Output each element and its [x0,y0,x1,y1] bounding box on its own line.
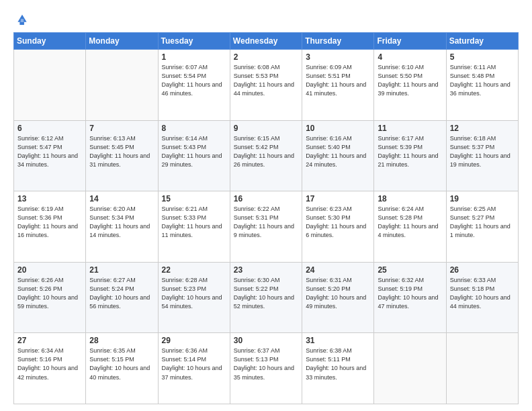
calendar-cell [374,333,446,404]
day-info: Sunrise: 6:37 AM Sunset: 5:13 PM Dayligh… [234,347,298,381]
day-info: Sunrise: 6:22 AM Sunset: 5:31 PM Dayligh… [234,205,298,240]
day-number: 2 [234,52,298,62]
day-number: 25 [378,265,442,275]
calendar-cell: 14Sunrise: 6:20 AM Sunset: 5:34 PM Dayli… [86,191,158,263]
day-number: 27 [17,336,82,345]
calendar-cell: 30Sunrise: 6:37 AM Sunset: 5:13 PM Dayli… [230,333,302,404]
calendar-week-row: 13Sunrise: 6:19 AM Sunset: 5:36 PM Dayli… [14,191,519,263]
day-number: 17 [306,194,370,203]
calendar-cell: 17Sunrise: 6:23 AM Sunset: 5:30 PM Dayli… [302,191,374,263]
day-info: Sunrise: 6:17 AM Sunset: 5:39 PM Dayligh… [378,134,442,169]
day-info: Sunrise: 6:10 AM Sunset: 5:50 PM Dayligh… [378,63,442,98]
calendar-header-saturday: Saturday [446,33,518,50]
day-number: 4 [378,52,442,62]
day-info: Sunrise: 6:13 AM Sunset: 5:45 PM Dayligh… [89,134,154,169]
day-number: 20 [17,265,82,275]
calendar-cell: 6Sunrise: 6:12 AM Sunset: 5:47 PM Daylig… [14,120,86,191]
calendar-cell: 25Sunrise: 6:32 AM Sunset: 5:19 PM Dayli… [374,262,446,333]
calendar-cell: 31Sunrise: 6:38 AM Sunset: 5:11 PM Dayli… [302,333,374,404]
calendar-cell: 12Sunrise: 6:18 AM Sunset: 5:37 PM Dayli… [446,120,518,191]
day-number: 12 [450,124,515,133]
calendar-cell: 4Sunrise: 6:10 AM Sunset: 5:50 PM Daylig… [374,50,446,121]
day-number: 23 [234,265,298,275]
day-info: Sunrise: 6:26 AM Sunset: 5:26 PM Dayligh… [17,276,82,311]
calendar-cell: 1Sunrise: 6:07 AM Sunset: 5:54 PM Daylig… [158,50,230,121]
day-info: Sunrise: 6:11 AM Sunset: 5:48 PM Dayligh… [450,63,515,98]
calendar-cell: 20Sunrise: 6:26 AM Sunset: 5:26 PM Dayli… [14,262,86,333]
calendar-cell: 21Sunrise: 6:27 AM Sunset: 5:24 PM Dayli… [86,262,158,333]
day-info: Sunrise: 6:15 AM Sunset: 5:42 PM Dayligh… [234,134,298,169]
day-info: Sunrise: 6:35 AM Sunset: 5:15 PM Dayligh… [89,347,154,381]
day-number: 21 [89,265,154,275]
day-number: 5 [450,52,515,62]
calendar-header-sunday: Sunday [14,33,86,50]
day-info: Sunrise: 6:38 AM Sunset: 5:11 PM Dayligh… [306,347,370,381]
calendar-week-row: 6Sunrise: 6:12 AM Sunset: 5:47 PM Daylig… [14,120,519,191]
day-number: 26 [450,265,515,275]
day-info: Sunrise: 6:25 AM Sunset: 5:27 PM Dayligh… [450,205,515,240]
calendar-cell: 2Sunrise: 6:08 AM Sunset: 5:53 PM Daylig… [230,50,302,121]
day-number: 13 [17,194,82,203]
calendar-cell: 29Sunrise: 6:36 AM Sunset: 5:14 PM Dayli… [158,333,230,404]
calendar-header-friday: Friday [374,33,446,50]
day-info: Sunrise: 6:27 AM Sunset: 5:24 PM Dayligh… [89,276,154,311]
day-number: 28 [89,336,154,345]
calendar-cell: 9Sunrise: 6:15 AM Sunset: 5:42 PM Daylig… [230,120,302,191]
day-number: 22 [162,265,226,275]
calendar-cell: 24Sunrise: 6:31 AM Sunset: 5:20 PM Dayli… [302,262,374,333]
calendar-cell: 7Sunrise: 6:13 AM Sunset: 5:45 PM Daylig… [86,120,158,191]
calendar-cell [446,333,518,404]
calendar-cell: 3Sunrise: 6:09 AM Sunset: 5:51 PM Daylig… [302,50,374,121]
calendar-cell: 15Sunrise: 6:21 AM Sunset: 5:33 PM Dayli… [158,191,230,263]
day-info: Sunrise: 6:28 AM Sunset: 5:23 PM Dayligh… [162,276,226,311]
day-info: Sunrise: 6:18 AM Sunset: 5:37 PM Dayligh… [450,134,515,169]
calendar-cell: 28Sunrise: 6:35 AM Sunset: 5:15 PM Dayli… [86,333,158,404]
calendar-header-row: SundayMondayTuesdayWednesdayThursdayFrid… [14,33,519,50]
day-number: 6 [17,124,82,133]
day-info: Sunrise: 6:36 AM Sunset: 5:14 PM Dayligh… [162,347,226,381]
calendar-cell: 18Sunrise: 6:24 AM Sunset: 5:28 PM Dayli… [374,191,446,263]
svg-marker-1 [19,22,24,25]
day-info: Sunrise: 6:14 AM Sunset: 5:43 PM Dayligh… [162,134,226,169]
day-number: 11 [378,124,442,133]
day-number: 1 [162,52,226,62]
day-info: Sunrise: 6:21 AM Sunset: 5:33 PM Dayligh… [162,205,226,240]
day-number: 3 [306,52,370,62]
day-info: Sunrise: 6:33 AM Sunset: 5:18 PM Dayligh… [450,276,515,311]
day-number: 18 [378,194,442,203]
calendar-cell: 16Sunrise: 6:22 AM Sunset: 5:31 PM Dayli… [230,191,302,263]
day-number: 9 [234,124,298,133]
calendar-cell: 11Sunrise: 6:17 AM Sunset: 5:39 PM Dayli… [374,120,446,191]
calendar-header-wednesday: Wednesday [230,33,302,50]
calendar-header-monday: Monday [86,33,158,50]
logo [13,12,30,27]
day-number: 24 [306,265,370,275]
calendar-header-thursday: Thursday [302,33,374,50]
day-info: Sunrise: 6:12 AM Sunset: 5:47 PM Dayligh… [17,134,82,169]
calendar-cell: 19Sunrise: 6:25 AM Sunset: 5:27 PM Dayli… [446,191,518,263]
calendar-week-row: 1Sunrise: 6:07 AM Sunset: 5:54 PM Daylig… [14,50,519,121]
svg-rect-2 [21,19,24,21]
logo-icon [15,12,30,27]
calendar-cell: 22Sunrise: 6:28 AM Sunset: 5:23 PM Dayli… [158,262,230,333]
calendar-cell: 26Sunrise: 6:33 AM Sunset: 5:18 PM Dayli… [446,262,518,333]
day-info: Sunrise: 6:24 AM Sunset: 5:28 PM Dayligh… [378,205,442,240]
day-number: 29 [162,336,226,345]
calendar-cell [86,50,158,121]
day-info: Sunrise: 6:16 AM Sunset: 5:40 PM Dayligh… [306,134,370,169]
calendar-week-row: 27Sunrise: 6:34 AM Sunset: 5:16 PM Dayli… [14,333,519,404]
calendar-cell: 27Sunrise: 6:34 AM Sunset: 5:16 PM Dayli… [14,333,86,404]
day-info: Sunrise: 6:30 AM Sunset: 5:22 PM Dayligh… [234,276,298,311]
day-info: Sunrise: 6:31 AM Sunset: 5:20 PM Dayligh… [306,276,370,311]
day-info: Sunrise: 6:19 AM Sunset: 5:36 PM Dayligh… [17,205,82,240]
page: SundayMondayTuesdayWednesdayThursdayFrid… [0,0,532,411]
calendar-header-tuesday: Tuesday [158,33,230,50]
calendar-cell [14,50,86,121]
header [13,12,519,27]
day-info: Sunrise: 6:09 AM Sunset: 5:51 PM Dayligh… [306,63,370,98]
day-number: 31 [306,336,370,345]
calendar-cell: 23Sunrise: 6:30 AM Sunset: 5:22 PM Dayli… [230,262,302,333]
calendar-cell: 10Sunrise: 6:16 AM Sunset: 5:40 PM Dayli… [302,120,374,191]
calendar-table: SundayMondayTuesdayWednesdayThursdayFrid… [13,32,519,404]
day-number: 16 [234,194,298,203]
